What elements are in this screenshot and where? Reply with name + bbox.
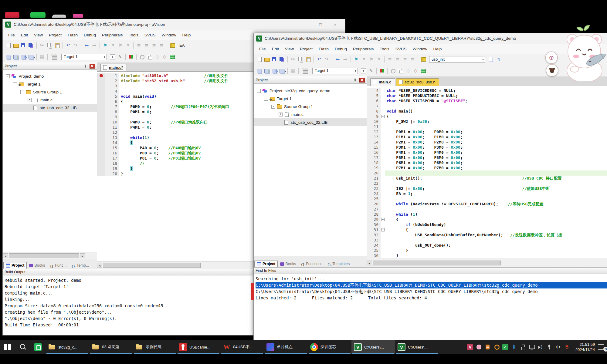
task-usbcame-[interactable]: USBcame... [177,340,220,354]
menu-project[interactable]: Project [297,47,316,51]
outline-icon[interactable] [151,42,157,48]
panel-tab-project[interactable]: Project [3,262,27,269]
code-line-20[interactable]: 20 [367,170,607,176]
tray-microphone-icon[interactable] [546,344,552,350]
debug-icon[interactable] [128,54,134,60]
panel-tab-func[interactable]: Func... [47,262,69,269]
bookmark-prev-icon[interactable] [361,56,367,62]
download-icon[interactable]: LOAD [301,68,310,74]
mascot-annotate-button[interactable] [546,64,558,76]
copy-icon[interactable] [297,56,304,62]
code-line-7[interactable]: 7 [367,103,607,109]
scroll-right-icon[interactable] [80,253,85,258]
indent-right-icon[interactable] [143,42,150,48]
menu-edit[interactable]: Edit [18,33,31,37]
close-panel-icon[interactable] [90,64,95,69]
menu-view[interactable]: View [31,33,46,37]
task-单片机在-[interactable]: 单片机在... [264,340,308,354]
find-result-row[interactable]: C:\Users\Administrator\Desktop\04.USB不停电… [256,282,607,288]
code-line-36[interactable]: 36 } [367,253,607,258]
bookmark-next-icon[interactable] [117,42,124,48]
windows-icon[interactable] [397,68,404,74]
ddbox-icon[interactable] [360,68,367,74]
code-line-31[interactable]: 31 { [367,227,607,232]
menu-debug[interactable]: Debug [81,33,99,37]
task-stc32g-c-[interactable]: stc32g_c... [46,340,89,354]
tray-speaker-icon[interactable] [537,344,544,350]
paste-icon[interactable] [54,42,60,48]
ddbox-icon[interactable] [109,54,116,60]
menu-help[interactable]: Help [179,33,194,37]
cut-icon[interactable] [290,56,296,62]
code-line-34[interactable]: 34 usb_OUT_done(); [367,243,607,248]
panel-tab-templates[interactable]: Templates [325,261,352,267]
diamond2-icon[interactable] [412,68,419,74]
save-icon[interactable] [20,42,27,48]
search-button[interactable] [15,340,30,354]
redo-icon[interactable] [324,56,330,62]
right-editor-hscroll[interactable] [367,258,607,268]
code-line-27[interactable]: 27 [367,207,607,212]
code-line-33[interactable]: 33 [367,238,607,243]
code-line-13[interactable]: 13 P1M1 = 0x00; P1M0 = 0x00; [367,134,607,140]
windows-icon[interactable] [146,54,153,60]
jump-icon[interactable] [495,56,502,62]
fold-collapse-icon[interactable] [381,227,385,232]
target-select[interactable]: Target 1▾ [312,68,358,74]
code-line-22[interactable]: 22 [367,181,607,186]
indent-left-icon[interactable] [136,42,142,48]
tree-item-source-group-1[interactable]: -Source Group 1 [3,88,97,96]
copy-icon[interactable] [46,42,53,48]
tree-item-main-c[interactable]: +main.c [3,96,97,104]
tree-item-project-demo[interactable]: -Project: demo [3,72,97,80]
menu-edit[interactable]: Edit [269,47,282,51]
task-c-users-[interactable]: C:\Users\... [351,340,395,354]
menu-help[interactable]: Help [430,47,445,51]
right-code-area[interactable]: 4char *USER_DEVICEDESC = NULL;5char *USE… [367,86,607,260]
tree-item-stc-usb-cdc-32-lib[interactable]: stc_usb_cdc_32.LIB [254,118,367,126]
tree-item-target-1[interactable]: -Target 1 [254,95,367,103]
code-line-15[interactable]: 15 P3M1 = 0x00; P3M0 = 0x00; [367,145,607,150]
code-line-17[interactable]: 17 P5M1 = 0x00; P5M0 = 0x00; [367,155,607,160]
panel-tab-project[interactable]: Project [254,261,278,267]
paste-icon[interactable] [305,56,311,62]
save-all-icon[interactable] [279,56,285,62]
code-line-29[interactable]: 29 { [367,217,607,222]
collapse-icon[interactable]: - [271,105,275,109]
tree-item-project-stc32g-cdc-query-demo[interactable]: -Project: stc32g_cdc_query_demo [254,87,367,95]
collapse-icon[interactable]: - [264,97,268,101]
find-book-icon[interactable] [169,42,176,48]
tray-flower-icon[interactable] [476,344,482,350]
bookmark-next-icon[interactable] [368,56,375,62]
green-app-button[interactable] [30,340,46,354]
panel-tab-books[interactable]: Books [278,261,298,267]
bookmark-clear-icon[interactable] [376,56,382,62]
open-folder-icon[interactable] [13,42,19,48]
find-result-row[interactable]: C:\Users\Administrator\Desktop\04.USB不停电… [256,288,607,295]
collapse-icon[interactable]: - [257,89,261,93]
undo-icon[interactable] [65,42,71,48]
close-panel-icon[interactable] [359,78,365,83]
fold-collapse-icon[interactable] [381,114,385,119]
settings-icon[interactable] [390,68,396,74]
translate-icon[interactable] [5,54,12,60]
menu-tools[interactable]: Tools [377,47,392,51]
tree-item-target-1[interactable]: -Target 1 [3,80,97,88]
menu-flash[interactable]: Flash [316,47,332,51]
debug-icon[interactable] [379,68,385,74]
batch-icon[interactable] [28,54,34,60]
task-深圳国芯-[interactable]: 深圳国芯... [308,340,351,354]
code-line-11[interactable]: 11 [367,124,607,129]
task-示例代码[interactable]: 示例代码 [133,340,177,354]
menu-window[interactable]: Window [158,33,179,37]
minimize-button[interactable]: – [303,22,309,27]
close-button[interactable]: × [332,22,338,27]
tree-item-stc-usb-cdc-32-lib[interactable]: stc_usb_cdc_32.LIB [3,104,97,112]
tray-bluetooth-icon[interactable] [511,344,517,350]
bookmark-clear-icon[interactable] [125,42,131,48]
diamond-icon[interactable] [154,54,160,60]
code-line-30[interactable]: 30 if (bUsbOutReady) [367,222,607,227]
tray-orange-doc-icon[interactable] [485,344,491,350]
build-icon[interactable] [13,54,19,60]
panel-tab-temp[interactable]: Temp... [69,262,91,269]
